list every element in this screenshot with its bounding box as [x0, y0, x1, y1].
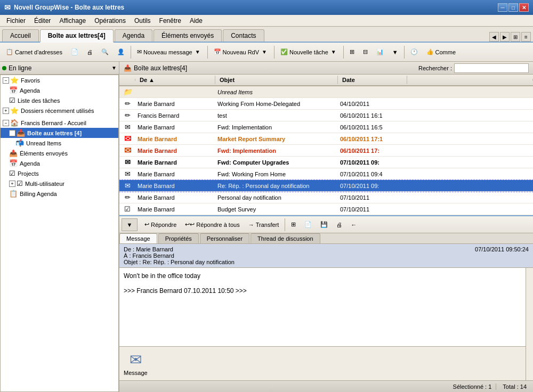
- tab-agenda[interactable]: Agenda: [115, 29, 152, 42]
- tree-projects[interactable]: ☑ Projects: [1, 168, 118, 178]
- email-row-6[interactable]: ✉ Marie Barnard Fwd: Computer Upgrades 0…: [119, 157, 533, 168]
- col-header-icon[interactable]: [119, 79, 135, 81]
- tab-arrow-right[interactable]: ▶: [500, 32, 510, 42]
- new-message-arrow[interactable]: ▼: [194, 48, 201, 56]
- expand-recents[interactable]: +: [3, 108, 9, 114]
- menu-editer[interactable]: Éditer: [30, 16, 55, 26]
- msg-tab-proprietes[interactable]: Propriétés: [158, 233, 199, 243]
- toolbar-view2[interactable]: ⊟: [359, 45, 372, 60]
- msg-tab-message[interactable]: Message: [119, 233, 157, 243]
- msg-tab-thread[interactable]: Thread de discussion: [251, 233, 320, 243]
- search-input[interactable]: [454, 63, 529, 73]
- menu-fenetre[interactable]: Fenêtre: [155, 16, 185, 26]
- tree-taches[interactable]: ☑ Liste des tâches: [1, 95, 118, 105]
- bottom-back[interactable]: ←: [347, 217, 360, 232]
- email-icon-0: 📁: [119, 88, 135, 96]
- tab-grid-view[interactable]: ⊞: [511, 32, 520, 42]
- carnet-adresses-button[interactable]: 📋 Carnet d'adresses: [2, 45, 66, 60]
- reply-all-button[interactable]: ↩↩ Répondre à tous: [181, 217, 243, 232]
- email-row-1[interactable]: ✏ Marie Barnard Working From Home-Delega…: [119, 98, 533, 110]
- bottom-save[interactable]: 💾: [317, 217, 332, 232]
- inbox-title-area: 📥 Boîte aux lettres[4]: [124, 64, 187, 72]
- toolbar-calendar[interactable]: 📊: [373, 45, 387, 60]
- bottom-view1[interactable]: ⊞: [287, 217, 300, 232]
- bottom-view2[interactable]: 📄: [301, 217, 316, 232]
- rdv-arrow[interactable]: ▼: [261, 48, 268, 56]
- col-header-from[interactable]: De ▲: [135, 76, 215, 84]
- email-row-7[interactable]: ✉ Marie Barnard Fwd: Working From Home 0…: [119, 168, 533, 180]
- toolbar-view1[interactable]: ⊞: [346, 45, 358, 60]
- online-status-bar[interactable]: En ligne ▼: [0, 62, 119, 75]
- expand-account[interactable]: −: [3, 120, 9, 126]
- nouvelle-tache-button[interactable]: ✅ Nouvelle tâche ▼: [277, 45, 341, 60]
- tree-multi[interactable]: + ☑ Multi-utilisateur: [1, 178, 118, 189]
- maximize-button[interactable]: □: [508, 3, 518, 12]
- tab-arrow-left[interactable]: ◀: [489, 32, 499, 42]
- task-arrow[interactable]: ▼: [330, 48, 337, 56]
- tree-agenda2[interactable]: 📅 Agenda: [1, 158, 118, 168]
- email-row-10[interactable]: ☑ Marie Barnard Budget Survey 07/10/2011: [119, 203, 533, 215]
- toolbar-dropdown[interactable]: ▼: [122, 218, 138, 231]
- expand-favoris[interactable]: −: [3, 77, 9, 84]
- col-header-subject[interactable]: Objet: [215, 76, 338, 84]
- tree-billing[interactable]: 📋 Billing Agenda: [1, 189, 118, 199]
- toolbar-btn-doc[interactable]: 📄: [67, 45, 82, 60]
- toolbar-btn-user[interactable]: 👤: [114, 45, 128, 60]
- toolbar-comme[interactable]: 👍 Comme: [423, 45, 460, 60]
- boite-icon: 📥: [17, 129, 25, 137]
- nouveau-message-button[interactable]: ✉ Nouveau message ▼: [133, 45, 205, 60]
- message-scrollbar[interactable]: [526, 268, 533, 380]
- tab-accueil[interactable]: Accueil: [2, 29, 39, 42]
- online-arrow[interactable]: ▼: [111, 65, 117, 71]
- menu-outils[interactable]: Outils: [130, 16, 155, 26]
- email-icon-8: ✉: [119, 182, 135, 190]
- bottom-print[interactable]: 🖨: [333, 217, 346, 232]
- tree-boite[interactable]: − 📥 Boîte aux lettres [4]: [1, 128, 118, 138]
- menu-operations[interactable]: Opérations: [90, 16, 130, 26]
- message-main: Won't be in the office today >>> Francis…: [119, 268, 526, 380]
- col-header-date[interactable]: Date: [338, 76, 407, 84]
- email-row-5[interactable]: ✉ Marie Barnard Fwd: Implementation 06/1…: [119, 145, 533, 157]
- minimize-button[interactable]: ─: [498, 3, 507, 12]
- email-row-group[interactable]: 📁 Unread Items: [119, 86, 533, 98]
- toolbar-clock[interactable]: 🕐: [407, 45, 422, 60]
- tree-unread[interactable]: 📬 Unread Items: [1, 138, 118, 148]
- menu-aide[interactable]: Aide: [185, 16, 207, 26]
- email-subject-0: Unread Items: [215, 89, 338, 95]
- email-row-3[interactable]: ✉ Marie Barnard Fwd: Implementation 06/1…: [119, 121, 533, 133]
- attachment-item[interactable]: ✉ Message: [124, 351, 148, 376]
- tab-contacts[interactable]: Contacts: [223, 29, 264, 42]
- email-from-4: Marie Barnard: [135, 136, 215, 142]
- view1-icon: ⊞: [350, 48, 354, 55]
- tab-envoyes[interactable]: Éléments envoyés: [154, 29, 222, 42]
- toolbar-btn-print[interactable]: 🖨: [83, 45, 96, 60]
- app-icon: ✉: [4, 3, 11, 12]
- unread-icon: 📬: [15, 139, 24, 147]
- tab-list-view[interactable]: ≡: [521, 32, 531, 42]
- toolbar-btn-search[interactable]: 🔍: [98, 45, 112, 60]
- email-row-2[interactable]: ✏ Francis Bernard test 06/10/2011 16:1: [119, 110, 533, 121]
- nouveau-rdv-button[interactable]: 📅 Nouveau RdV ▼: [210, 45, 272, 60]
- email-row-9[interactable]: ✏ Marie Barnard Personal day notificatio…: [119, 192, 533, 203]
- separator-4: [343, 46, 344, 59]
- tree-envoyes[interactable]: 📤 Éléments envoyés: [1, 148, 118, 158]
- email-row-8[interactable]: ✉ Marie Barnard Re: Rép. : Personal day …: [119, 180, 533, 192]
- tree-account[interactable]: − 🏠 Francis Bernard - Accueil: [1, 118, 118, 128]
- tab-boite[interactable]: Boîte aux lettres[4]: [40, 29, 114, 43]
- expand-boite[interactable]: −: [9, 130, 15, 136]
- menu-affichage[interactable]: Affichage: [55, 16, 90, 26]
- email-date-8: 07/10/2011 09:: [338, 183, 407, 189]
- toolbar-calendar2[interactable]: ▼: [389, 45, 402, 60]
- email-row-4[interactable]: ✉ Marie Barnard Market Report Summary 06…: [119, 133, 533, 145]
- tree-favoris[interactable]: − ⭐ Favoris: [1, 75, 118, 85]
- expand-multi[interactable]: +: [9, 181, 15, 187]
- tree-agenda[interactable]: 📅 Agenda: [1, 85, 118, 95]
- close-button[interactable]: ✕: [519, 3, 529, 12]
- account-icon: 🏠: [10, 119, 19, 127]
- menu-fichier[interactable]: Fichier: [2, 16, 30, 26]
- favoris-icon: ⭐: [10, 76, 19, 84]
- tree-recents[interactable]: + ⭐ Dossiers récemment utilisés: [1, 105, 118, 116]
- forward-button[interactable]: → Transfert: [245, 217, 283, 232]
- msg-tab-personnaliser[interactable]: Personnaliser: [200, 233, 249, 243]
- reply-button[interactable]: ↩ Répondre: [141, 217, 180, 232]
